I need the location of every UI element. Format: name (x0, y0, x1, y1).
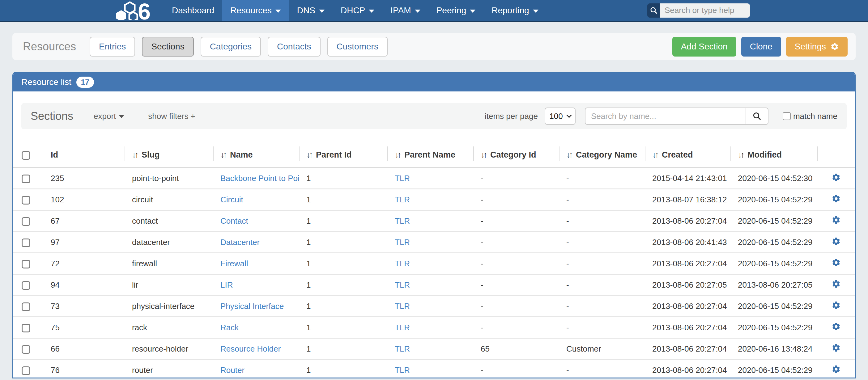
cell-category-name: - (559, 296, 645, 317)
row-gear-icon[interactable] (832, 215, 841, 225)
row-actions-cell (817, 232, 855, 253)
cell-created: 2013-08-06 20:27:04 (645, 317, 731, 338)
name-search-group (585, 107, 769, 125)
column-header-modified[interactable]: ↓↑Modified (731, 144, 817, 168)
parent-link[interactable]: TLR (395, 280, 410, 289)
section-link[interactable]: Datacenter (220, 238, 260, 247)
cell-name: Physical Interface (213, 296, 299, 317)
chevron-down-icon (533, 9, 538, 13)
nav-item-dns[interactable]: DNS (289, 0, 333, 21)
nav-item-dhcp[interactable]: DHCP (333, 0, 382, 21)
cell-parent-id: 1 (299, 338, 387, 359)
row-gear-icon[interactable] (832, 173, 841, 182)
row-checkbox[interactable] (22, 281, 30, 290)
table-header-row: Id↓↑Slug↓↑Name↓↑Parent Id↓↑Parent Name↓↑… (13, 144, 855, 168)
row-checkbox[interactable] (22, 324, 30, 332)
row-checkbox[interactable] (22, 260, 30, 268)
row-gear-icon[interactable] (832, 322, 841, 331)
row-actions-cell (817, 211, 855, 232)
row-gear-icon[interactable] (832, 365, 841, 374)
sixconnect-logo-icon[interactable]: 6 (114, 0, 157, 21)
cell-id: 67 (43, 211, 125, 232)
section-link[interactable]: Rack (220, 323, 239, 332)
nav-item-ipam[interactable]: IPAM (382, 0, 428, 21)
tab-sections[interactable]: Sections (142, 37, 193, 57)
column-header-created[interactable]: ↓↑Created (645, 144, 731, 168)
cell-modified: 2020-06-15 04:52:29 (731, 359, 817, 379)
show-filters-toggle[interactable]: show filters + (148, 112, 195, 121)
tab-categories[interactable]: Categories (200, 37, 261, 57)
nav-item-reporting[interactable]: Reporting (484, 0, 546, 21)
parent-link[interactable]: TLR (395, 323, 410, 332)
global-search-input[interactable] (660, 3, 750, 18)
tab-customers[interactable]: Customers (328, 37, 388, 57)
column-header-name[interactable]: ↓↑Name (213, 144, 299, 168)
row-checkbox-cell (13, 168, 43, 189)
cell-category-id: - (473, 317, 559, 338)
parent-link[interactable]: TLR (395, 344, 410, 353)
cell-category-id: - (473, 232, 559, 253)
match-name-checkbox[interactable] (783, 112, 791, 120)
parent-link[interactable]: TLR (395, 366, 410, 375)
search-by-name-input[interactable] (585, 107, 746, 125)
cell-created: 2013-08-06 20:27:04 (645, 211, 731, 232)
nav-item-dashboard[interactable]: Dashboard (164, 0, 222, 21)
sections-table: Id↓↑Slug↓↑Name↓↑Parent Id↓↑Parent Name↓↑… (13, 144, 855, 378)
chevron-down-icon (470, 9, 475, 13)
clone-button[interactable]: Clone (741, 37, 781, 57)
column-header-category-name[interactable]: ↓↑Category Name (559, 144, 645, 168)
cell-parent-id: 1 (299, 189, 387, 211)
items-per-page-select[interactable]: 100 (545, 107, 576, 125)
resources-toolbar: Resources EntriesSectionsCategoriesConta… (12, 33, 856, 60)
section-link[interactable]: Firewall (220, 259, 248, 268)
section-link[interactable]: Contact (220, 216, 248, 225)
table-row: 72firewallFirewall1TLR--2013-08-06 20:27… (13, 253, 855, 274)
parent-link[interactable]: TLR (395, 195, 410, 204)
cell-slug: lir (125, 274, 213, 296)
sort-icon: ↓↑ (395, 150, 400, 159)
tab-entries[interactable]: Entries (90, 37, 135, 57)
section-link[interactable]: Backbone Point to Point (220, 173, 299, 183)
row-gear-icon[interactable] (832, 343, 841, 352)
global-search-icon[interactable] (647, 3, 660, 18)
column-header-slug[interactable]: ↓↑Slug (125, 144, 213, 168)
row-checkbox[interactable] (22, 217, 30, 226)
cell-name: Firewall (213, 253, 299, 274)
row-checkbox[interactable] (22, 303, 30, 311)
section-link[interactable]: Router (220, 366, 245, 375)
row-checkbox[interactable] (22, 239, 30, 247)
row-checkbox-cell (13, 189, 43, 211)
parent-link[interactable]: TLR (395, 259, 410, 268)
section-link[interactable]: Resource Holder (220, 344, 281, 353)
select-all-checkbox[interactable] (22, 151, 30, 160)
row-gear-icon[interactable] (832, 300, 841, 310)
nav-item-resources[interactable]: Resources (222, 0, 289, 21)
parent-link[interactable]: TLR (395, 302, 410, 311)
column-header-category-id[interactable]: ↓↑Category Id (473, 144, 559, 168)
cell-parent-name: TLR (387, 168, 473, 189)
search-submit-button[interactable] (746, 107, 769, 125)
row-gear-icon[interactable] (832, 236, 841, 246)
cell-parent-id: 1 (299, 296, 387, 317)
tab-contacts[interactable]: Contacts (268, 37, 320, 57)
column-header-parent-name[interactable]: ↓↑Parent Name (387, 144, 473, 168)
section-link[interactable]: Physical Interface (220, 302, 284, 311)
row-checkbox[interactable] (22, 345, 30, 354)
add-section-button[interactable]: Add Section (672, 37, 736, 57)
nav-item-peering[interactable]: Peering (428, 0, 484, 21)
row-checkbox[interactable] (22, 367, 30, 375)
row-checkbox[interactable] (22, 175, 30, 183)
export-dropdown[interactable]: export (94, 112, 124, 121)
row-gear-icon[interactable] (832, 194, 841, 203)
row-checkbox[interactable] (22, 196, 30, 204)
cell-modified: 2020-06-15 04:52:29 (731, 253, 817, 274)
parent-link[interactable]: TLR (395, 173, 410, 183)
section-link[interactable]: Circuit (220, 195, 243, 204)
section-link[interactable]: LIR (220, 280, 233, 289)
settings-button[interactable]: Settings (786, 37, 847, 57)
row-gear-icon[interactable] (832, 258, 841, 267)
column-header-parent-id[interactable]: ↓↑Parent Id (299, 144, 387, 168)
parent-link[interactable]: TLR (395, 216, 410, 225)
row-gear-icon[interactable] (832, 279, 841, 289)
parent-link[interactable]: TLR (395, 238, 410, 247)
